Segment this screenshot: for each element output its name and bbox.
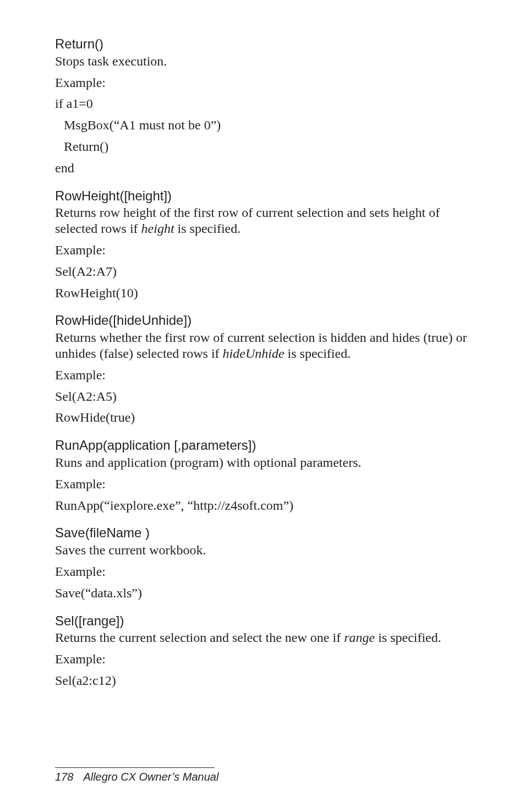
doc-section: RunApp(application [,parameters])Runs an…	[55, 438, 470, 513]
body-line: RowHeight(10)	[55, 285, 470, 301]
doc-section: Sel([range])Returns the current selectio…	[55, 613, 470, 689]
body-line: Example:	[55, 476, 470, 492]
doc-section: RowHeight([height])Returns row height of…	[55, 188, 470, 301]
body-line: Sel(A2:A7)	[55, 264, 470, 280]
section-heading: RowHeight([height])	[55, 188, 470, 204]
body-line: Return()	[55, 139, 470, 155]
section-heading: Sel([range])	[55, 613, 470, 629]
section-heading: RowHide([hideUnhide])	[55, 313, 470, 329]
document-page: Return()Stops task execution.Example:if …	[0, 0, 525, 812]
section-heading: Return()	[55, 36, 470, 52]
footer-rule	[55, 767, 215, 768]
body-line: MsgBox(“A1 must not be 0”)	[55, 117, 470, 133]
body-line: Sel(A2:A5)	[55, 389, 470, 405]
manual-title: Allegro CX Owner’s Manual	[83, 771, 218, 783]
body-line: if a1=0	[55, 96, 470, 112]
body-line: end	[55, 160, 470, 176]
body-line: Stops task execution.	[55, 53, 470, 69]
page-number: 178	[55, 771, 73, 783]
body-line: Example:	[55, 367, 470, 383]
body-line: Example:	[55, 564, 470, 580]
section-heading: RunApp(application [,parameters])	[55, 438, 470, 454]
doc-section: RowHide([hideUnhide])Returns whether the…	[55, 313, 470, 426]
body-line: Example:	[55, 242, 470, 258]
page-footer: 178Allegro CX Owner’s Manual	[55, 767, 218, 783]
body-line: Runs and application (program) with opti…	[55, 455, 470, 471]
section-heading: Save(fileName )	[55, 525, 470, 541]
body-line: Returns row height of the first row of c…	[55, 205, 470, 237]
body-line: RowHide(true)	[55, 410, 470, 426]
body-line: Saves the current workbook.	[55, 542, 470, 558]
body-line: Returns whether the first row of current…	[55, 330, 470, 362]
doc-section: Return()Stops task execution.Example:if …	[55, 36, 470, 176]
body-line: Returns the current selection and select…	[55, 630, 470, 646]
body-line: Save(“data.xls”)	[55, 585, 470, 601]
body-line: Example:	[55, 75, 470, 91]
body-line: Example:	[55, 651, 470, 667]
doc-section: Save(fileName )Saves the current workboo…	[55, 525, 470, 601]
body-line: Sel(a2:c12)	[55, 673, 470, 689]
body-line: RunApp(“iexplore.exe”, “http://z4soft.co…	[55, 498, 470, 514]
footer-text: 178Allegro CX Owner’s Manual	[55, 770, 218, 783]
content-area: Return()Stops task execution.Example:if …	[55, 36, 470, 689]
